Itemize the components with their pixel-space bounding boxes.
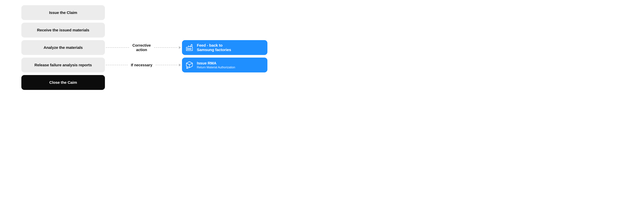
step-label: Receive the issued materials: [37, 28, 89, 32]
step-label: Release failure analysis reports: [34, 63, 92, 67]
step-label: Analyze the materials: [44, 45, 83, 50]
result-card: Feed - back to Samsung factories: [182, 40, 268, 55]
result-issue-rma: Issue RMA Return Material Authorization: [182, 58, 268, 72]
result-title: Feed - back to Samsung factories: [197, 43, 231, 52]
arrow-right-icon: [179, 64, 181, 66]
result-subtitle: Return Material Authorization: [197, 66, 235, 69]
step-analyze-materials: Analyze the materials: [21, 40, 105, 55]
result-card: Issue RMA Return Material Authorization: [182, 58, 268, 72]
step-receive-materials: Receive the issued materials: [21, 23, 105, 38]
svg-rect-0: [187, 49, 188, 50]
result-text: Feed - back to Samsung factories: [197, 43, 231, 52]
result-feedback-factories: Feed - back to Samsung factories: [182, 40, 268, 55]
connector-label: If necessary: [130, 63, 154, 67]
connector-corrective-action: Corrective action: [106, 44, 181, 51]
step-issue-claim: Issue the Claim: [21, 5, 105, 20]
result-text: Issue RMA Return Material Authorization: [197, 61, 235, 69]
result-title: Issue RMA: [197, 61, 235, 66]
dash-line: [106, 47, 129, 48]
connector-label: Corrective action: [131, 43, 152, 52]
factory-icon: [185, 44, 194, 52]
process-diagram: Issue the Claim Receive the issued mater…: [0, 0, 290, 100]
step-close-claim: Close the Caim: [21, 75, 105, 90]
connector-if-necessary: If necessary: [106, 61, 181, 69]
steps-column: Issue the Claim Receive the issued mater…: [21, 5, 105, 90]
svg-rect-2: [190, 49, 191, 50]
arrow-right-icon: [179, 46, 181, 49]
step-label: Issue the Claim: [49, 10, 77, 15]
box-return-icon: [185, 61, 194, 69]
step-release-reports: Release failure analysis reports: [21, 58, 105, 72]
dash-line: [156, 65, 177, 65]
svg-rect-1: [189, 49, 190, 50]
dash-line: [154, 47, 177, 48]
dash-line: [106, 65, 128, 65]
step-label: Close the Caim: [50, 80, 77, 85]
